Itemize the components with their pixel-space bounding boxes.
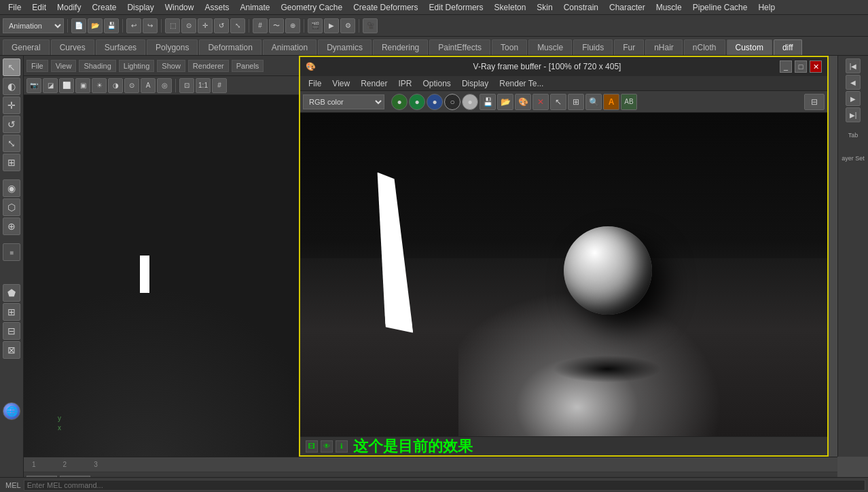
vray-menu-options[interactable]: Options [418, 77, 456, 90]
right-play-fwd-button[interactable]: ▶ [846, 91, 861, 106]
rotate-tool-button[interactable]: ↺ [214, 18, 229, 33]
camera-button[interactable]: 🎥 [363, 18, 378, 33]
vray-menu-ipr[interactable]: IPR [393, 77, 418, 90]
vray-btn-save[interactable]: 💾 [480, 94, 496, 110]
render-globe-tool[interactable]: 🌐 [3, 402, 20, 420]
vp-wireframe-button[interactable]: ⬜ [59, 78, 74, 93]
vray-btn-ab[interactable]: AB [621, 94, 637, 110]
batch-render-button[interactable]: ⚙ [340, 18, 355, 33]
vp-file-menu[interactable]: File [26, 60, 48, 72]
tab-muscle[interactable]: Muscle [528, 39, 572, 55]
tab-fluids[interactable]: Fluids [573, 39, 613, 55]
right-step-back-button[interactable]: ◀ [846, 75, 861, 90]
vray-btn-clear[interactable]: ✕ [532, 94, 549, 110]
vray-menu-file[interactable]: File [303, 77, 327, 90]
menu-create-deformers[interactable]: Create Deformers [348, 1, 423, 14]
menu-display[interactable]: Display [122, 1, 159, 14]
rotate-tool[interactable]: ↺ [3, 116, 20, 133]
vp-shading-menu[interactable]: Shading [79, 60, 115, 72]
vray-film-icon[interactable]: 🎞 [306, 440, 318, 453]
right-play-end-button[interactable]: ▶| [846, 107, 861, 122]
new-file-button[interactable]: 📄 [71, 18, 86, 33]
vray-btn-blue-circle[interactable]: ● [427, 94, 443, 110]
vray-menu-render-te[interactable]: Render Te... [494, 77, 549, 90]
tab-toon[interactable]: Toon [492, 39, 527, 55]
edge-tool[interactable]: ⊞ [3, 303, 20, 321]
save-file-button[interactable]: 💾 [104, 18, 119, 33]
vray-btn-layers[interactable]: ⊟ [804, 94, 825, 110]
move-tool[interactable]: ✛ [3, 96, 20, 114]
menu-geometry-cache[interactable]: Geometry Cache [276, 1, 348, 14]
grid-display[interactable]: ■ [3, 243, 20, 261]
vp-dof-button[interactable]: ◎ [157, 78, 172, 93]
menu-assets[interactable]: Assets [199, 1, 234, 14]
redo-button[interactable]: ↪ [143, 18, 158, 33]
tab-nhair[interactable]: nHair [645, 39, 683, 55]
menu-file[interactable]: File [3, 1, 26, 14]
vp-renderer-menu[interactable]: Renderer [188, 60, 229, 72]
menu-constrain[interactable]: Constrain [558, 1, 604, 14]
menu-pipeline-cache[interactable]: Pipeline Cache [687, 1, 753, 14]
menu-muscle[interactable]: Muscle [651, 1, 687, 14]
menu-help[interactable]: Help [753, 1, 780, 14]
menu-edit-deformers[interactable]: Edit Deformers [424, 1, 489, 14]
tab-ncloth[interactable]: nCloth [684, 39, 725, 55]
vp-panels-menu[interactable]: Panels [232, 60, 264, 72]
face-tool[interactable]: ⊟ [3, 322, 20, 340]
vray-btn-dark-circle[interactable]: ○ [444, 94, 460, 110]
menu-skin[interactable]: Skin [531, 1, 558, 14]
tab-general[interactable]: General [3, 39, 50, 55]
vray-menu-view[interactable]: View [327, 77, 355, 90]
menu-edit[interactable]: Edit [26, 1, 52, 14]
tab-dynamics[interactable]: Dynamics [318, 39, 372, 55]
vp-grid-button[interactable]: # [212, 78, 227, 93]
vray-btn-green-circle[interactable]: ● [391, 94, 408, 110]
vp-ao-button[interactable]: ⊙ [124, 78, 139, 93]
menu-animate[interactable]: Animate [234, 1, 275, 14]
vp-aa-button[interactable]: A [141, 78, 156, 93]
tab-polygons[interactable]: Polygons [147, 39, 198, 55]
vray-title-bar[interactable]: 🎨 V-Ray frame buffer - [100% of 720 x 40… [300, 57, 827, 76]
menu-modify[interactable]: Modify [52, 1, 86, 14]
vray-btn-load[interactable]: 📂 [497, 94, 513, 110]
show-manip-tool[interactable]: ⊕ [3, 217, 20, 235]
tab-painteffects[interactable]: PaintEffects [429, 39, 490, 55]
scale-tool-button[interactable]: ⤡ [230, 18, 245, 33]
vp-resolution-button[interactable]: 1:1 [196, 78, 211, 93]
uv-tool[interactable]: ⊠ [3, 341, 20, 359]
menu-skeleton[interactable]: Skeleton [489, 1, 532, 14]
vp-camera-button[interactable]: 📷 [26, 78, 41, 93]
render-settings-button[interactable]: 🎬 [308, 18, 323, 33]
vray-btn-grid[interactable]: ⊞ [568, 94, 584, 110]
vray-close-button[interactable]: ✕ [810, 60, 822, 73]
select-tool-button[interactable]: ⬚ [165, 18, 180, 33]
animation-mode-dropdown[interactable]: Animation [3, 18, 64, 33]
vray-menu-display[interactable]: Display [456, 77, 494, 90]
vp-lighting-menu[interactable]: Lighting [119, 60, 155, 72]
vp-shadow-button[interactable]: ◑ [108, 78, 123, 93]
vray-btn-colorpicker[interactable]: 🎨 [515, 94, 531, 110]
vray-info-icon[interactable]: ℹ [336, 440, 348, 453]
tab-diff[interactable]: diff [774, 39, 802, 55]
sculpt-tool[interactable]: ⬡ [3, 198, 20, 216]
universal-manip-tool[interactable]: ⊞ [3, 154, 20, 171]
vray-minimize-button[interactable]: _ [780, 60, 792, 73]
tab-deformation[interactable]: Deformation [199, 39, 261, 55]
mel-input[interactable] [24, 480, 865, 491]
undo-button[interactable]: ↩ [126, 18, 141, 33]
tab-curves[interactable]: Curves [51, 39, 94, 55]
snap-point-button[interactable]: ⊕ [285, 18, 300, 33]
vp-lights-button[interactable]: ☀ [92, 78, 107, 93]
move-tool-button[interactable]: ✛ [198, 18, 213, 33]
soft-mod-tool[interactable]: ◉ [3, 179, 20, 197]
vp-isolate-button[interactable]: ⊡ [179, 78, 194, 93]
vray-btn-a[interactable]: A [603, 94, 619, 110]
tab-fur[interactable]: Fur [614, 39, 644, 55]
channel-select-dropdown[interactable]: RGB color [303, 94, 384, 109]
vray-btn-white-circle[interactable]: ● [462, 94, 478, 110]
menu-window[interactable]: Window [160, 1, 200, 14]
vray-btn-zoom[interactable]: 🔍 [585, 94, 602, 110]
vp-view-menu[interactable]: View [51, 60, 77, 72]
vray-menu-render[interactable]: Render [355, 77, 393, 90]
snap-curve-button[interactable]: 〜 [269, 18, 284, 33]
